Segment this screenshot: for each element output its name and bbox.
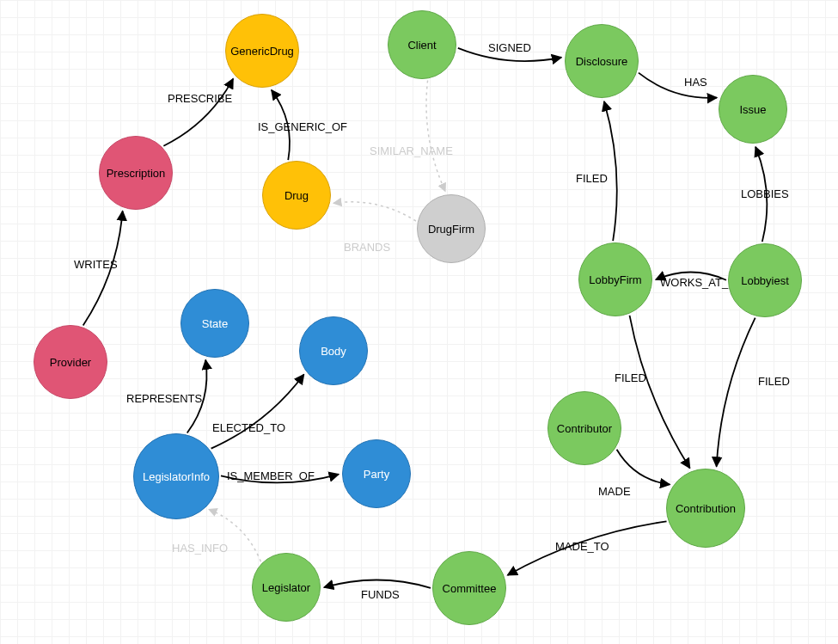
node-label: State (202, 317, 228, 330)
node-issue[interactable]: Issue (719, 75, 787, 144)
node-label: LobbyFirm (589, 273, 641, 286)
node-label: Disclosure (576, 55, 628, 68)
graph-edges (0, 0, 838, 644)
node-disclosure[interactable]: Disclosure (565, 24, 639, 98)
node-client[interactable]: Client (388, 10, 456, 79)
edge-Prescription-GenericDrug (163, 79, 233, 146)
node-provider[interactable]: Provider (34, 325, 107, 399)
edge-Disclosure-Issue (639, 73, 717, 98)
node-state[interactable]: State (180, 289, 249, 358)
node-party[interactable]: Party (342, 439, 411, 508)
node-label: GenericDrug (230, 45, 294, 58)
edge-Lobbyiest-LobbyFirm (656, 273, 726, 280)
edge-Contributor-Contribution (617, 450, 670, 485)
node-label: Lobbyiest (741, 274, 789, 287)
node-label: LegislatorInfo (143, 470, 210, 483)
edge-LobbyFirm-Disclosure (604, 101, 617, 241)
edge-LobbyFirm-Contribution (630, 316, 690, 469)
node-label: Legislator (262, 581, 310, 594)
edge-LegislatorInfo-State (187, 360, 207, 433)
node-legislator[interactable]: Legislator (252, 553, 321, 622)
node-label: Prescription (107, 167, 166, 180)
edge-Legislator-LegislatorInfo (209, 509, 260, 561)
node-contributor[interactable]: Contributor (547, 391, 621, 465)
node-genericdrug[interactable]: GenericDrug (225, 14, 299, 88)
edge-Contribution-Committee (508, 521, 667, 575)
edge-Lobbyiest-Contribution (717, 318, 755, 467)
node-label: Client (407, 39, 436, 52)
edge-DrugFirm-Drug (333, 202, 416, 221)
node-lobbyiest[interactable]: Lobbyiest (728, 243, 802, 317)
node-lobbyfirm[interactable]: LobbyFirm (578, 242, 652, 316)
node-label: Drug (284, 189, 309, 202)
node-body[interactable]: Body (299, 316, 368, 385)
edge-Provider-Prescription (83, 211, 123, 325)
node-legislatorinfo[interactable]: LegislatorInfo (133, 433, 219, 519)
node-contribution[interactable]: Contribution (666, 469, 745, 548)
node-drug[interactable]: Drug (262, 161, 331, 230)
node-prescription[interactable]: Prescription (99, 136, 173, 210)
edge-Client-Disclosure (458, 48, 561, 61)
edge-LegislatorInfo-Body (211, 374, 304, 448)
node-label: Body (321, 345, 346, 358)
edge-Committee-Legislator (324, 580, 431, 587)
node-label: Committee (443, 582, 497, 595)
node-label: Provider (50, 356, 91, 369)
edge-Client-DrugFirm (426, 80, 445, 191)
edge-Lobbyiest-Issue (755, 147, 767, 242)
node-label: DrugFirm (428, 223, 474, 236)
node-committee[interactable]: Committee (432, 551, 506, 625)
node-label: Issue (739, 103, 766, 116)
node-drugfirm[interactable]: DrugFirm (417, 194, 486, 263)
node-label: Party (364, 468, 389, 481)
node-label: Contribution (676, 502, 736, 515)
edge-LegislatorInfo-Party (221, 475, 339, 483)
edge-Drug-GenericDrug (272, 90, 290, 160)
node-label: Contributor (557, 422, 612, 435)
